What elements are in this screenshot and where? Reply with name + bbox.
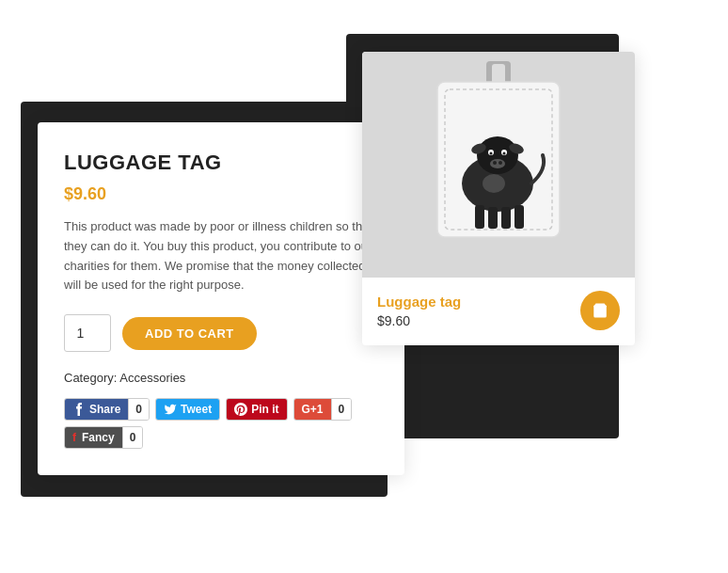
svg-point-13 (493, 161, 497, 165)
gplus-label: G+1 (294, 399, 331, 420)
svg-point-12 (490, 159, 505, 168)
page-scene: LUGGAGE TAG $9.60 This product was made … (0, 0, 728, 573)
cart-icon (592, 302, 609, 319)
fancy-count: 0 (122, 427, 143, 448)
twitter-share-button[interactable]: Tweet (155, 398, 220, 421)
mini-card-info: Luggage tag $9.60 (377, 294, 580, 328)
fancy-icon: f (72, 431, 76, 444)
category-value: Accessories (119, 371, 185, 385)
mini-card-title: Luggage tag (377, 294, 580, 310)
fancy-label: f Fancy (65, 427, 122, 448)
luggage-tag-illustration (419, 61, 578, 268)
product-title: LUGGAGE TAG (64, 151, 378, 175)
svg-point-10 (490, 152, 493, 155)
fancy-share-button[interactable]: f Fancy 0 (64, 426, 143, 449)
pinterest-label: Pin it (227, 399, 286, 420)
pinterest-share-button[interactable]: Pin it (226, 398, 287, 421)
mini-card-price: $9.60 (377, 313, 580, 328)
facebook-icon (72, 403, 86, 416)
twitter-label: Tweet (156, 399, 219, 420)
social-buttons: Share 0 Tweet Pin it (64, 398, 378, 449)
svg-rect-18 (514, 205, 524, 229)
svg-point-11 (503, 152, 506, 155)
add-to-cart-button[interactable]: ADD TO CART (122, 317, 257, 350)
mini-card-body: Luggage tag $9.60 (362, 278, 635, 345)
pinterest-icon (234, 403, 247, 416)
svg-rect-17 (501, 207, 511, 229)
product-price: $9.60 (64, 184, 378, 204)
facebook-share-button[interactable]: Share 0 (64, 398, 150, 421)
facebook-count: 0 (128, 399, 149, 420)
category-label: Category: (64, 371, 117, 385)
mini-cart-button[interactable] (580, 291, 620, 330)
svg-point-14 (499, 161, 502, 165)
svg-point-19 (483, 174, 505, 193)
category-row: Category: Accessories (64, 371, 378, 385)
mini-product-card: Luggage tag $9.60 (362, 52, 635, 345)
facebook-label: Share (65, 399, 128, 420)
product-image (362, 52, 635, 278)
quantity-input[interactable] (64, 314, 111, 352)
svg-rect-16 (488, 207, 498, 229)
svg-rect-15 (475, 205, 484, 229)
gplus-share-button[interactable]: G+1 0 (293, 398, 353, 421)
twitter-icon (164, 403, 177, 416)
product-description: This product was made by poor or illness… (64, 217, 378, 295)
main-product-card: LUGGAGE TAG $9.60 This product was made … (38, 122, 404, 475)
add-to-cart-row: ADD TO CART (64, 314, 378, 352)
gplus-count: 0 (331, 399, 352, 420)
